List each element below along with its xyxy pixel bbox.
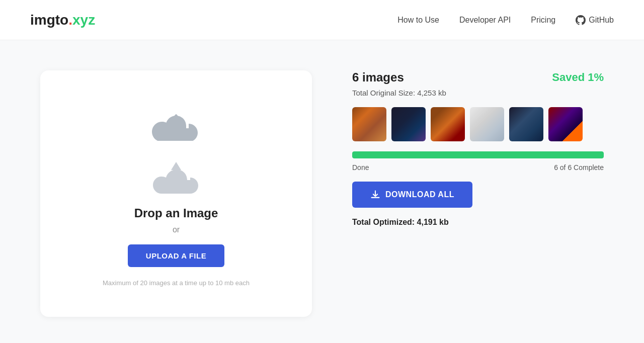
thumbnails-row	[352, 107, 604, 141]
github-icon	[576, 15, 586, 25]
thumbnail-2	[391, 107, 426, 141]
logo-xyz: xyz	[72, 12, 95, 28]
nav-how-to-use[interactable]: How to Use	[397, 16, 439, 25]
saved-badge: Saved 1%	[552, 71, 604, 84]
main-nav: How to Use Developer API Pricing GitHub	[397, 15, 614, 25]
total-optimized-size: Total Optimized: 4,191 kb	[352, 218, 604, 227]
cloud-upload-visual	[151, 151, 201, 196]
drop-image-text: Drop an Image	[134, 206, 218, 220]
results-panel: 6 images Saved 1% Total Original Size: 4…	[352, 70, 604, 227]
logo[interactable]: imgto.xyz	[30, 12, 95, 28]
progress-labels: Done 6 of 6 Complete	[352, 163, 604, 172]
github-label: GitHub	[589, 16, 614, 25]
progress-bar-fill	[352, 151, 604, 158]
images-count: 6 images	[352, 70, 404, 84]
download-all-button[interactable]: DOWNLOAD ALL	[352, 182, 472, 208]
download-all-label: DOWNLOAD ALL	[385, 190, 454, 199]
max-images-text: Maximum of 20 images at a time up to 10 …	[103, 279, 250, 287]
thumbnail-3	[431, 107, 465, 141]
upload-file-button[interactable]: UPLOAD A FILE	[128, 244, 224, 267]
header: imgto.xyz How to Use Developer API Prici…	[0, 0, 644, 40]
thumbnail-1	[352, 107, 386, 141]
download-icon	[370, 190, 380, 200]
logo-dot: .	[68, 12, 72, 28]
nav-github[interactable]: GitHub	[576, 15, 614, 25]
thumbnail-6	[548, 107, 583, 141]
thumbnail-5	[509, 107, 543, 141]
progress-bar-background	[352, 151, 604, 158]
upload-box: Drop an Image or UPLOAD A FILE Maximum o…	[40, 70, 312, 317]
progress-container	[352, 151, 604, 158]
done-label: Done	[352, 163, 369, 172]
results-header: 6 images Saved 1%	[352, 70, 604, 84]
or-text: or	[173, 225, 180, 234]
thumbnail-4	[470, 107, 504, 141]
total-original-size: Total Original Size: 4,253 kb	[352, 89, 604, 97]
nav-developer-api[interactable]: Developer API	[459, 16, 511, 25]
main-content: Drop an Image or UPLOAD A FILE Maximum o…	[0, 40, 644, 343]
complete-label: 6 of 6 Complete	[554, 163, 604, 172]
nav-pricing[interactable]: Pricing	[531, 16, 555, 25]
cloud-upload-icon	[151, 101, 201, 141]
logo-imgto: imgto	[30, 12, 68, 28]
